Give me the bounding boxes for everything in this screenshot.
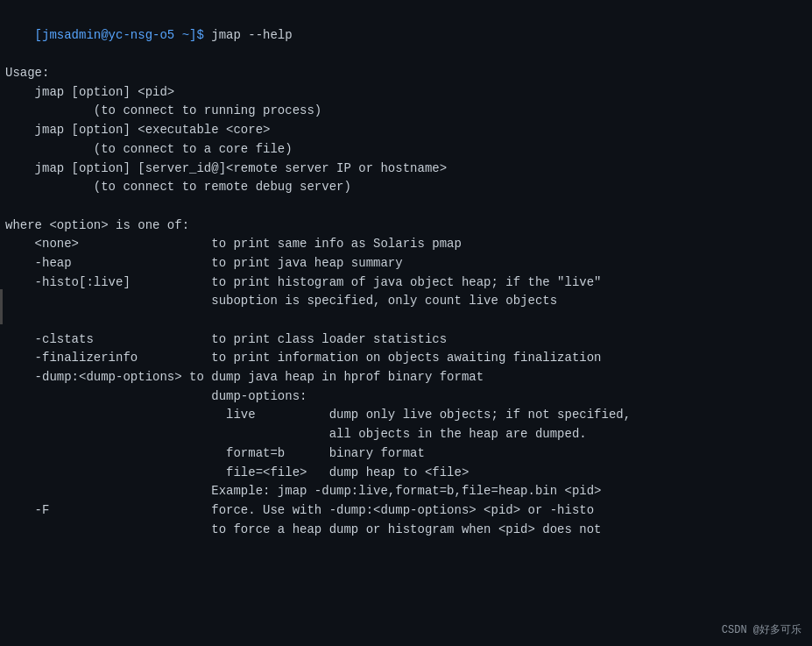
line-none: <none> to print same info as Solaris pma… <box>5 235 807 254</box>
line-blank2 <box>5 311 807 330</box>
line-5: jmap [option] [server_id@]<remote server… <box>5 160 807 179</box>
line-force: -F force. Use with -dump:<dump-options> … <box>5 501 807 521</box>
line-usage: Usage: <box>5 64 807 83</box>
watermark: CSDN @好多可乐 <box>722 622 801 637</box>
line-format: format=b binary format <box>5 444 807 464</box>
terminal-window: [jmsadmin@yc-nsg-o5 ~]$ jmap --help Usag… <box>0 0 812 646</box>
line-live: live dump only live objects; if not spec… <box>5 406 807 425</box>
line-heap: -heap to print java heap summary <box>5 254 807 273</box>
command-text: jmap --help <box>204 28 293 42</box>
line-live-cont: all objects in the heap are dumped. <box>5 425 807 444</box>
line-4: (to connect to a core file) <box>5 140 807 160</box>
line-7 <box>5 197 807 217</box>
line-clstats: -clstats to print class loader statistic… <box>5 330 807 350</box>
scroll-indicator <box>0 289 3 324</box>
prompt-line: [jmsadmin@yc-nsg-o5 ~]$ jmap --help <box>5 7 807 64</box>
line-3: jmap [option] <executable <core> <box>5 121 807 140</box>
line-histo-sub: suboption is specified, only count live … <box>5 292 807 311</box>
line-2: (to connect to running process) <box>5 102 807 121</box>
line-histo: -histo[:live] to print histogram of java… <box>5 273 807 293</box>
line-dump-options: dump-options: <box>5 387 807 407</box>
line-where: where <option> is one of: <box>5 217 807 236</box>
prompt-text: [jmsadmin@yc-nsg-o5 ~]$ <box>35 28 204 42</box>
line-6: (to connect to remote debug server) <box>5 178 807 197</box>
line-example: Example: jmap -dump:live,format=b,file=h… <box>5 482 807 501</box>
line-force-cont: to force a heap dump or histogram when <… <box>5 521 807 540</box>
line-finalizer: -finalizerinfo to print information on o… <box>5 349 807 368</box>
line-1: jmap [option] <pid> <box>5 83 807 103</box>
line-dump: -dump:<dump-options> to dump java heap i… <box>5 368 807 387</box>
line-file: file=<file> dump heap to <file> <box>5 464 807 483</box>
